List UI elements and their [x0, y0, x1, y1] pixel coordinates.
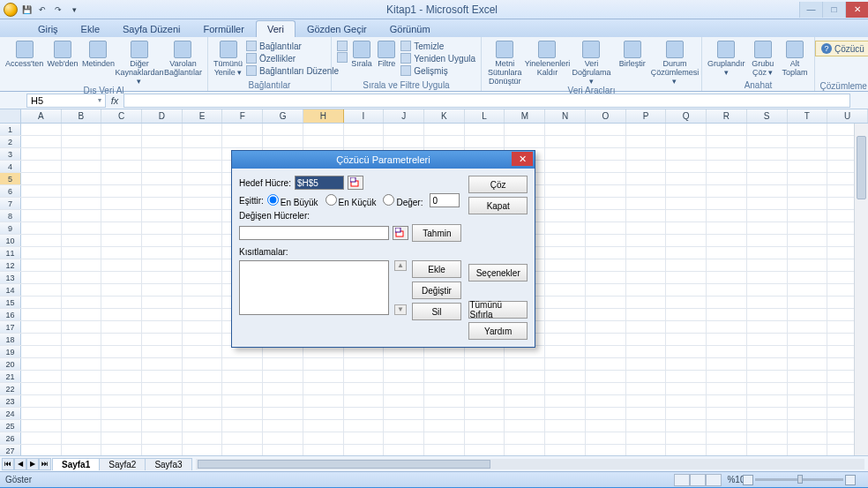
cell[interactable]: [545, 148, 586, 160]
cell[interactable]: [707, 371, 747, 382]
cell[interactable]: [101, 173, 142, 184]
cell[interactable]: [222, 395, 263, 407]
cell[interactable]: [666, 148, 707, 160]
cell[interactable]: [101, 371, 142, 382]
cell[interactable]: [505, 358, 545, 370]
view-pagebreak-button[interactable]: [706, 474, 722, 486]
cell[interactable]: [62, 198, 102, 209]
cell[interactable]: [586, 198, 626, 209]
value-of-input[interactable]: [430, 193, 460, 207]
cell[interactable]: [183, 420, 223, 432]
constraints-scroll[interactable]: ▲▼: [394, 260, 407, 315]
guess-button[interactable]: Tahmin: [412, 224, 461, 242]
cell[interactable]: [183, 432, 223, 444]
cell[interactable]: [626, 148, 667, 160]
cell[interactable]: [101, 321, 142, 333]
cell[interactable]: [303, 358, 344, 370]
change-constraint-button[interactable]: Değiştir: [412, 282, 461, 299]
cell[interactable]: [707, 358, 747, 370]
cell[interactable]: [424, 432, 465, 444]
cell[interactable]: [142, 210, 183, 221]
cell[interactable]: [142, 358, 183, 370]
cell[interactable]: [183, 198, 223, 209]
row-header[interactable]: 12: [0, 259, 21, 271]
cell[interactable]: [21, 235, 62, 246]
cell[interactable]: [183, 148, 223, 160]
cell[interactable]: [666, 284, 707, 296]
cell[interactable]: [465, 420, 505, 432]
cell[interactable]: [21, 334, 62, 345]
cell[interactable]: [303, 432, 344, 444]
cell[interactable]: [788, 309, 828, 320]
cell[interactable]: [21, 161, 62, 172]
cell[interactable]: [21, 346, 62, 357]
cell[interactable]: [545, 383, 586, 394]
qat-save-icon[interactable]: 💾: [19, 3, 34, 17]
cell[interactable]: [222, 124, 263, 135]
row-header[interactable]: 14: [0, 284, 21, 296]
cell[interactable]: [707, 235, 747, 246]
cell[interactable]: [465, 136, 505, 147]
cell[interactable]: [303, 383, 344, 394]
cell[interactable]: [666, 222, 707, 234]
sort-za-button[interactable]: [337, 52, 348, 63]
column-header[interactable]: E: [183, 109, 223, 123]
cell[interactable]: [222, 383, 263, 394]
cell[interactable]: [101, 259, 142, 271]
cell[interactable]: [747, 222, 788, 234]
cell[interactable]: [545, 346, 586, 357]
cell[interactable]: [101, 358, 142, 370]
cell[interactable]: [666, 247, 707, 259]
cell[interactable]: [788, 297, 828, 308]
column-header[interactable]: K: [424, 109, 465, 123]
cell[interactable]: [62, 358, 102, 370]
cell[interactable]: [666, 272, 707, 283]
filter-button[interactable]: Filtre: [376, 39, 397, 68]
cell[interactable]: [707, 173, 747, 184]
cell[interactable]: [545, 420, 586, 432]
cell[interactable]: [101, 161, 142, 172]
cell[interactable]: [545, 161, 586, 172]
cell[interactable]: [545, 445, 586, 455]
cell[interactable]: [21, 272, 62, 283]
cell[interactable]: [384, 371, 424, 382]
cell[interactable]: [626, 259, 667, 271]
cell[interactable]: [101, 408, 142, 419]
row-header[interactable]: 5: [0, 173, 21, 184]
cell[interactable]: [505, 420, 545, 432]
cell[interactable]: [62, 334, 102, 345]
cell[interactable]: [21, 420, 62, 432]
cell[interactable]: [222, 136, 263, 147]
cell[interactable]: [465, 358, 505, 370]
cell[interactable]: [586, 321, 626, 333]
cell[interactable]: [183, 272, 223, 283]
cell[interactable]: [101, 210, 142, 221]
cell[interactable]: [545, 210, 586, 221]
cell[interactable]: [666, 334, 707, 345]
cell[interactable]: [626, 272, 667, 283]
cell[interactable]: [384, 445, 424, 455]
tab-görünüm[interactable]: Görünüm: [378, 20, 442, 37]
column-header[interactable]: C: [101, 109, 142, 123]
column-header[interactable]: U: [827, 109, 868, 123]
cell[interactable]: [788, 198, 828, 209]
row-header[interactable]: 20: [0, 358, 21, 370]
cell[interactable]: [142, 148, 183, 160]
ribbon-button[interactable]: Metni Sütunlara Dönüştür: [487, 39, 522, 86]
column-header[interactable]: M: [505, 109, 545, 123]
cell[interactable]: [545, 321, 586, 333]
cell[interactable]: [183, 383, 223, 394]
cell[interactable]: [62, 297, 102, 308]
cell[interactable]: [747, 284, 788, 296]
cell[interactable]: [707, 408, 747, 419]
cell[interactable]: [142, 395, 183, 407]
cell[interactable]: [142, 124, 183, 135]
cell[interactable]: [545, 408, 586, 419]
cell[interactable]: [142, 272, 183, 283]
ribbon-button[interactable]: Birleştir: [615, 39, 650, 68]
cell[interactable]: [21, 210, 62, 221]
add-constraint-button[interactable]: Ekle: [412, 260, 461, 278]
cell[interactable]: [62, 346, 102, 357]
cell[interactable]: [21, 222, 62, 234]
cell[interactable]: [788, 408, 828, 419]
